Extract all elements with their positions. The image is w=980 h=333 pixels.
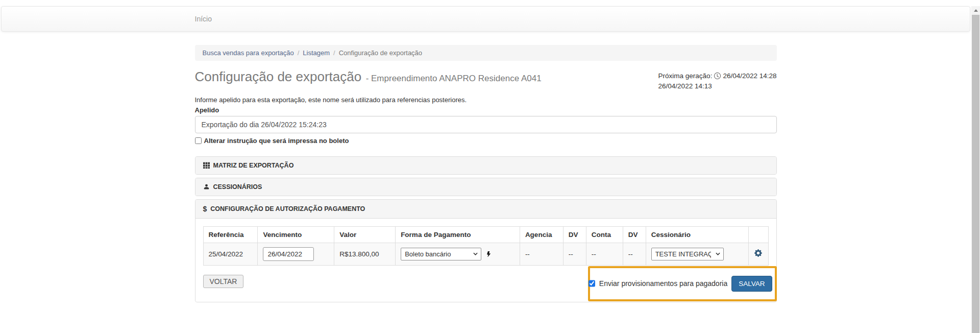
cell-agencia: -- [520,243,563,265]
cell-valor: R$13.800,00 [334,243,396,265]
cell-conta: -- [586,243,623,265]
alterar-instrucao-row: Alterar instrução que será impressa no b… [195,137,777,145]
panel-heading-cessionarios[interactable]: CESSIONÁRIOS [195,178,776,196]
nav-item-inicio[interactable]: Início [195,7,212,31]
accordion: MATRIZ DE EXPORTAÇÃO CESSIONÁRIOS $ CONF… [195,156,777,302]
cell-dv2: -- [623,243,646,265]
enviar-provisionamentos-checkbox[interactable] [589,280,595,287]
voltar-button[interactable]: VOLTAR [203,275,244,288]
col-header-dv2: DV [623,226,646,243]
next-generation-info: Próxima geração:26/04/2022 14:28 26/04/2… [658,71,777,92]
apelido-helper-text: Informe apelido para esta exportação, es… [195,96,777,104]
payment-table-header-row: Referência Vencimento Valor Forma de Pag… [203,226,768,243]
enviar-provisionamentos-label[interactable]: Enviar provisionamentos para pagadoria [599,279,727,288]
salvar-button[interactable]: SALVAR [731,276,772,292]
col-header-valor: Valor [334,226,396,243]
col-header-referencia: Referência [203,226,258,243]
cell-dv1: -- [563,243,586,265]
payment-table-row: 25/04/2022 R$13.800,00 Bole [203,243,768,265]
panel-cessionarios: CESSIONÁRIOS [195,178,777,196]
col-header-forma-pagamento: Forma de Pagamento [396,226,520,243]
col-header-conta: Conta [586,226,623,243]
dollar-icon: $ [203,205,207,213]
page-subtitle: - Empreendimento ANAPRO Residence A041 [366,74,542,83]
top-navbar: Início [1,6,970,32]
panel-config-autorizacao: $ CONFIGURAÇÃO DE AUTORIZAÇÃO PAGAMENTO … [195,199,777,302]
main-container: Busca vendas para exportação / Listagem … [195,45,777,302]
gear-icon[interactable] [754,249,762,257]
payment-table: Referência Vencimento Valor Forma de Pag… [203,226,769,266]
vertical-scrollbar[interactable] [971,6,980,333]
alterar-instrucao-checkbox[interactable] [195,137,202,144]
panel-label-config-autorizacao: CONFIGURAÇÃO DE AUTORIZAÇÃO PAGAMENTO [210,205,365,212]
panel-heading-matriz[interactable]: MATRIZ DE EXPORTAÇÃO [195,157,776,174]
apelido-input[interactable] [195,116,777,133]
save-highlight-box: Enviar provisionamentos para pagadoria S… [588,266,777,301]
apelido-label: Apelido [195,106,777,114]
lightning-bolt-icon[interactable] [486,250,492,258]
col-header-vencimento: Vencimento [258,226,334,243]
col-header-actions [749,226,768,243]
breadcrumb-link-listagem[interactable]: Listagem [303,49,330,57]
grid-icon [203,162,210,169]
col-header-agencia: Agencia [520,226,563,243]
panel-heading-config-autorizacao[interactable]: $ CONFIGURAÇÃO DE AUTORIZAÇÃO PAGAMENTO [195,200,776,218]
scrollbar-up-arrow[interactable] [971,6,980,15]
panel-body-config-autorizacao: Referência Vencimento Valor Forma de Pag… [195,218,776,302]
next-generation-datetime-2: 26/04/2022 14:13 [658,82,712,90]
next-generation-datetime-1: 26/04/2022 14:28 [723,72,776,80]
vencimento-input[interactable] [263,247,314,261]
panel-matriz-exportacao: MATRIZ DE EXPORTAÇÃO [195,156,777,175]
page-header: Configuração de exportação - Empreendime… [195,69,777,92]
page-title: Configuração de exportação [195,69,362,84]
scrollbar-thumb[interactable] [972,15,979,333]
breadcrumb-current: Configuração de exportação [339,49,422,57]
panel-label-matriz: MATRIZ DE EXPORTAÇÃO [213,162,294,169]
panel-label-cessionarios: CESSIONÁRIOS [213,183,262,191]
col-header-dv1: DV [563,226,586,243]
alterar-instrucao-label[interactable]: Alterar instrução que será impressa no b… [204,137,349,145]
next-generation-label: Próxima geração: [658,72,713,80]
clock-icon [714,73,721,79]
breadcrumb-separator: / [333,49,335,57]
cell-referencia: 25/04/2022 [203,243,258,265]
col-header-cessionario: Cessionário [646,226,749,243]
page: Início Busca vendas para exportação / Li… [0,6,971,333]
breadcrumb-separator: / [298,49,300,57]
user-icon [203,183,210,190]
breadcrumb: Busca vendas para exportação / Listagem … [195,45,777,61]
breadcrumb-link-busca-vendas[interactable]: Busca vendas para exportação [203,49,294,57]
forma-pagamento-select[interactable]: Boleto bancário [401,248,481,260]
cessionario-select[interactable]: TESTE INTEGRAÇÃO [651,248,724,260]
